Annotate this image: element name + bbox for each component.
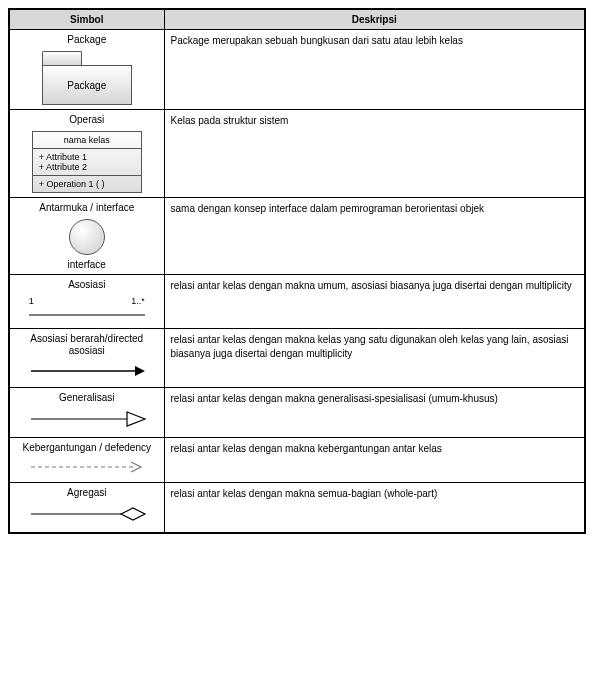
header-deskripsi: Deskripsi xyxy=(164,9,585,30)
row-label: Antarmuka / interface xyxy=(16,202,158,213)
multiplicity-left: 1 xyxy=(29,296,34,306)
table-row: Kebergantungan / defedency relasi antar … xyxy=(9,438,585,483)
row-desc: Package merupakan sebuah bungkusan dari … xyxy=(164,30,585,110)
class-name: nama kelas xyxy=(33,132,141,149)
interface-circle-icon xyxy=(69,219,105,255)
row-label: Agregasi xyxy=(16,487,158,498)
table-row: Package Package Package merupakan sebuah… xyxy=(9,30,585,110)
table-row: Agregasi relasi antar kelas dengan makna… xyxy=(9,483,585,534)
class-attr: + Attribute 2 xyxy=(39,162,135,172)
row-desc: sama dengan konsep interface dalam pemro… xyxy=(164,198,585,275)
association-line-icon xyxy=(27,310,147,320)
table-row: Asosiasi berarah/directed asosiasi relas… xyxy=(9,329,585,388)
row-label: Package xyxy=(16,34,158,45)
row-label: Asosiasi berarah/directed asosiasi xyxy=(16,333,158,357)
multiplicity-right: 1..* xyxy=(131,296,145,306)
row-label: Asosiasi xyxy=(16,279,158,290)
svg-marker-2 xyxy=(135,366,145,376)
table-row: Asosiasi 1 1..* relasi antar kelas denga… xyxy=(9,275,585,329)
table-row: Operasi nama kelas + Attribute 1 + Attri… xyxy=(9,110,585,198)
row-desc: Kelas pada struktur sistem xyxy=(164,110,585,198)
table-row: Generalisasi relasi antar kelas dengan m… xyxy=(9,388,585,438)
class-op: + Operation 1 ( ) xyxy=(33,176,141,192)
package-icon: Package xyxy=(42,51,132,105)
header-simbol: Simbol xyxy=(9,9,164,30)
row-label: Kebergantungan / defedency xyxy=(16,442,158,454)
row-desc: relasi antar kelas dengan makna semua-ba… xyxy=(164,483,585,534)
row-desc: relasi antar kelas dengan makna kelas ya… xyxy=(164,329,585,388)
row-desc: relasi antar kelas dengan makna generali… xyxy=(164,388,585,438)
package-icon-text: Package xyxy=(42,65,132,105)
table-row: Antarmuka / interface interface sama den… xyxy=(9,198,585,275)
row-desc: relasi antar kelas dengan makna kebergan… xyxy=(164,438,585,483)
class-attr: + Attribute 1 xyxy=(39,152,135,162)
dependency-arrow-icon xyxy=(27,460,147,474)
svg-marker-7 xyxy=(121,508,145,520)
symbol-table: Simbol Deskripsi Package Package Package… xyxy=(8,8,586,534)
row-label: Generalisasi xyxy=(16,392,158,403)
generalization-arrow-icon xyxy=(27,409,147,429)
class-box-icon: nama kelas + Attribute 1 + Attribute 2 +… xyxy=(32,131,142,193)
row-label: Operasi xyxy=(16,114,158,125)
svg-marker-4 xyxy=(127,412,145,426)
directed-association-arrow-icon xyxy=(27,363,147,379)
aggregation-diamond-icon xyxy=(27,504,147,524)
row-desc: relasi antar kelas dengan makna umum, as… xyxy=(164,275,585,329)
row-sublabel: interface xyxy=(16,259,158,270)
